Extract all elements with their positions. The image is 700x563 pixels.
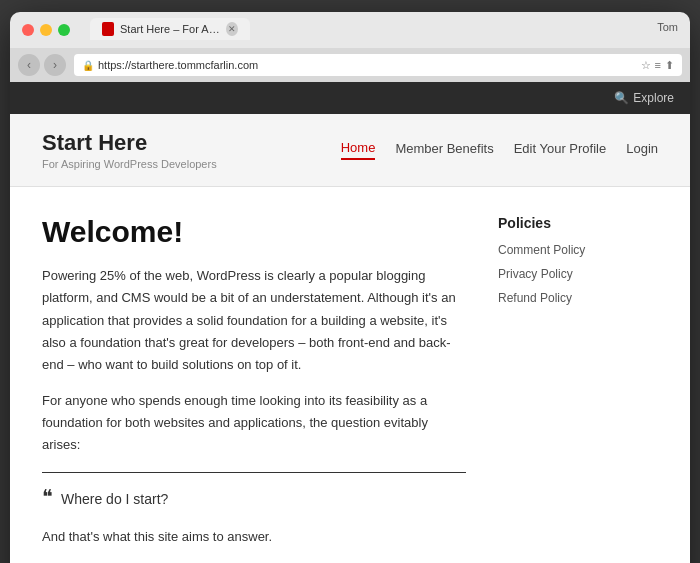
site-tagline: For Aspiring WordPress Developers — [42, 158, 217, 170]
star-icon[interactable]: ☆ — [641, 59, 651, 72]
nav-member-benefits[interactable]: Member Benefits — [395, 141, 493, 159]
sidebar-section-title: Policies — [498, 215, 658, 231]
back-button[interactable]: ‹ — [18, 54, 40, 76]
tab-close-icon[interactable]: ✕ — [226, 22, 238, 36]
url-action-icons: ☆ ≡ ⬆ — [641, 59, 674, 72]
lock-icon: 🔒 — [82, 60, 94, 71]
explore-button[interactable]: 🔍 Explore — [614, 91, 674, 105]
close-button[interactable] — [22, 24, 34, 36]
tab-favicon-icon — [102, 22, 114, 36]
forward-button[interactable]: › — [44, 54, 66, 76]
minimize-button[interactable] — [40, 24, 52, 36]
browser-window: Start Here – For Aspiring Wor… ✕ Tom ‹ ›… — [10, 12, 690, 563]
blockquote: ❝ Where do I start? — [42, 489, 466, 510]
nav-login[interactable]: Login — [626, 141, 658, 159]
browser-tab[interactable]: Start Here – For Aspiring Wor… ✕ — [90, 18, 250, 40]
url-bar[interactable]: 🔒 https://starthere.tommcfarlin.com ☆ ≡ … — [74, 54, 682, 76]
window-user-label: Tom — [657, 21, 678, 33]
answer-text: And that's what this site aims to answer… — [42, 526, 466, 548]
tab-area: Start Here – For Aspiring Wor… ✕ — [90, 18, 250, 40]
utility-bar: 🔍 Explore — [10, 82, 690, 114]
nav-buttons: ‹ › — [18, 54, 66, 76]
content-para-2: For anyone who spends enough time lookin… — [42, 390, 466, 456]
url-text: https://starthere.tommcfarlin.com — [98, 59, 258, 71]
main-content: Welcome! Powering 25% of the web, WordPr… — [10, 187, 690, 563]
share-icon[interactable]: ⬆ — [665, 59, 674, 72]
site-header: Start Here For Aspiring WordPress Develo… — [10, 114, 690, 187]
sidebar-link-comment-policy[interactable]: Comment Policy — [498, 243, 658, 257]
reader-icon[interactable]: ≡ — [655, 59, 661, 71]
nav-home[interactable]: Home — [341, 140, 376, 160]
explore-label: Explore — [633, 91, 674, 105]
sidebar-link-refund-policy[interactable]: Refund Policy — [498, 291, 658, 305]
content-para-1: Powering 25% of the web, WordPress is cl… — [42, 265, 466, 375]
tab-label: Start Here – For Aspiring Wor… — [120, 23, 220, 35]
page-heading: Welcome! — [42, 215, 466, 249]
nav-edit-profile[interactable]: Edit Your Profile — [514, 141, 607, 159]
search-icon: 🔍 — [614, 91, 629, 105]
sidebar: Policies Comment Policy Privacy Policy R… — [498, 215, 658, 563]
traffic-lights — [22, 24, 70, 36]
quote-mark-icon: ❝ — [42, 487, 53, 507]
titlebar: Start Here – For Aspiring Wor… ✕ Tom — [10, 12, 690, 48]
site-title: Start Here — [42, 130, 217, 156]
content-divider — [42, 472, 466, 473]
content-area: Welcome! Powering 25% of the web, WordPr… — [42, 215, 466, 563]
sidebar-link-privacy-policy[interactable]: Privacy Policy — [498, 267, 658, 281]
quote-text: Where do I start? — [61, 489, 168, 510]
site-logo-area: Start Here For Aspiring WordPress Develo… — [42, 130, 217, 170]
addressbar: ‹ › 🔒 https://starthere.tommcfarlin.com … — [10, 48, 690, 82]
site-nav: Home Member Benefits Edit Your Profile L… — [341, 140, 658, 160]
maximize-button[interactable] — [58, 24, 70, 36]
